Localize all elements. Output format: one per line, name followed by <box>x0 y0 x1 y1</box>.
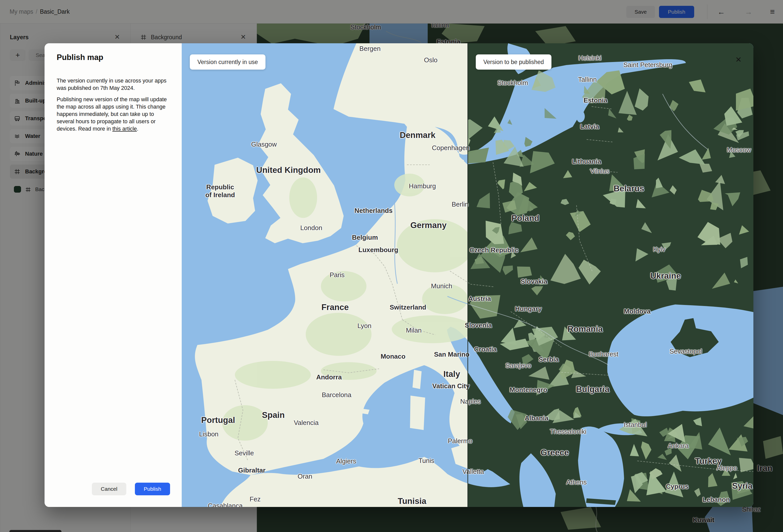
publish-modal: Publish map The version currently in use… <box>44 43 753 507</box>
dialog-paragraph-2: Publishing new version of the map will u… <box>57 96 170 133</box>
dialog-paragraph-1: The version currently in use across your… <box>57 77 170 92</box>
compare-close-icon[interactable]: ✕ <box>733 55 744 65</box>
publish-dialog: Publish map The version currently in use… <box>44 43 182 507</box>
this-article-link[interactable]: this article <box>113 126 137 132</box>
current-version-badge: Version currently in use <box>190 55 265 70</box>
compare-divider[interactable] <box>467 43 468 507</box>
new-version-badge: Version to be published <box>476 55 552 70</box>
cancel-button[interactable]: Cancel <box>92 483 126 495</box>
dialog-publish-button[interactable]: Publish <box>135 483 170 495</box>
version-compare-view[interactable]: BergenOsloGlasgowDenmarkCopenhagenUnited… <box>182 43 753 507</box>
dialog-title: Publish map <box>57 53 103 62</box>
